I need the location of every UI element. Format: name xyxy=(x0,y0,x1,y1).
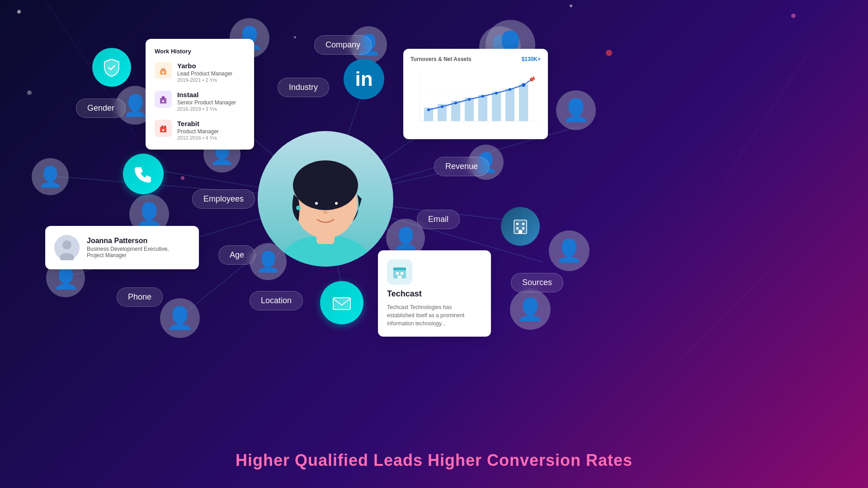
building-icon-circle xyxy=(501,207,540,246)
tag-revenue[interactable]: Revenue xyxy=(434,157,489,176)
person-card: Joanna Patterson Business Development Ex… xyxy=(45,226,199,269)
terabit-icon xyxy=(155,120,172,137)
linkedin-icon-circle[interactable]: in xyxy=(344,59,384,99)
svg-rect-54 xyxy=(465,98,474,121)
svg-line-15 xyxy=(723,45,814,181)
svg-rect-35 xyxy=(161,68,165,71)
company-name: Techcast xyxy=(387,289,482,299)
tag-location[interactable]: Location xyxy=(250,291,303,310)
svg-point-63 xyxy=(481,95,484,98)
star-dot xyxy=(181,176,184,180)
instaal-role: Senior Product Manager xyxy=(177,99,236,106)
person-card-avatar xyxy=(54,235,80,260)
svg-point-26 xyxy=(296,206,301,210)
star-dot xyxy=(606,50,612,56)
svg-rect-38 xyxy=(162,96,165,99)
svg-rect-70 xyxy=(396,272,399,275)
tag-email[interactable]: Email xyxy=(417,210,460,229)
avatar-person-7: 👤 xyxy=(556,90,596,130)
svg-rect-27 xyxy=(333,298,350,310)
turnovers-chart xyxy=(410,67,542,130)
instaal-dates: 2016-2019 • 3 Yrs xyxy=(177,106,236,112)
svg-rect-36 xyxy=(162,71,164,73)
svg-point-62 xyxy=(468,98,471,101)
yarbo-icon xyxy=(155,62,172,79)
svg-rect-56 xyxy=(492,92,501,121)
svg-rect-20 xyxy=(316,230,335,244)
email-icon-circle[interactable] xyxy=(320,281,363,324)
svg-point-25 xyxy=(323,211,328,214)
star-dot xyxy=(570,5,572,7)
svg-rect-32 xyxy=(522,227,524,230)
svg-point-60 xyxy=(441,105,443,108)
instaal-icon xyxy=(155,91,172,108)
svg-point-61 xyxy=(454,102,457,104)
avatar-person-12: 👤 xyxy=(549,230,590,271)
avatar-person-14: 👤 xyxy=(160,298,200,338)
company-description: Techcast Technologies has established it… xyxy=(387,303,477,328)
shield-icon xyxy=(102,57,122,77)
svg-rect-31 xyxy=(516,227,519,230)
svg-rect-33 xyxy=(519,230,522,234)
tag-company[interactable]: Company xyxy=(314,35,372,55)
star-dot xyxy=(17,10,21,14)
work-history-title: Work History xyxy=(155,48,245,55)
avatar-person-8: 👤 xyxy=(32,158,69,195)
svg-rect-30 xyxy=(522,223,524,225)
tag-employees[interactable]: Employees xyxy=(192,189,255,209)
chart-card: Turnovers & Net Assets $130K+ xyxy=(403,49,548,139)
tag-sources[interactable]: Sources xyxy=(511,273,563,292)
svg-point-24 xyxy=(335,202,338,205)
work-item-yarbo: Yarbo Lead Product Manager 2019-2021 • 2… xyxy=(155,62,245,83)
tag-gender[interactable]: Gender xyxy=(76,99,126,118)
terabit-name: Terabit xyxy=(177,120,219,127)
svg-rect-41 xyxy=(161,126,163,127)
terabit-role: Product Manager xyxy=(177,128,219,135)
yarbo-dates: 2019-2021 • 2 Yrs xyxy=(177,77,232,83)
star-dot xyxy=(27,90,32,95)
terabit-dates: 2012-2016 • 4 Yrs xyxy=(177,135,219,141)
svg-rect-39 xyxy=(162,100,164,102)
chart-title: Turnovers & Net Assets xyxy=(410,56,472,62)
chart-value: $130K+ xyxy=(522,56,541,62)
svg-rect-43 xyxy=(162,129,164,131)
avatar-person-15: 👤 xyxy=(510,289,551,330)
yarbo-name: Yarbo xyxy=(177,62,232,70)
person-title: Business Development Executive, Project … xyxy=(87,246,186,258)
yarbo-role: Lead Product Manager xyxy=(177,70,232,77)
svg-rect-72 xyxy=(398,276,401,278)
svg-line-16 xyxy=(678,271,769,361)
svg-point-64 xyxy=(495,92,498,94)
work-item-terabit: Terabit Product Manager 2012-2016 • 4 Yr… xyxy=(155,120,245,141)
svg-point-59 xyxy=(427,108,430,111)
linkedin-icon: in xyxy=(355,68,373,90)
svg-point-66 xyxy=(522,83,525,87)
instaal-name: Instaal xyxy=(177,91,236,99)
person-card-info: Joanna Patterson Business Development Ex… xyxy=(87,237,186,258)
svg-rect-55 xyxy=(478,95,487,121)
svg-point-65 xyxy=(509,88,511,91)
star-dot xyxy=(791,14,796,18)
svg-point-23 xyxy=(315,202,318,205)
tag-phone[interactable]: Phone xyxy=(117,287,163,307)
svg-rect-42 xyxy=(164,126,166,127)
company-icon xyxy=(387,259,412,285)
phone-icon xyxy=(133,164,154,184)
svg-rect-29 xyxy=(516,223,519,225)
tag-age[interactable]: Age xyxy=(218,245,255,265)
phone-icon-circle[interactable] xyxy=(123,154,164,194)
shield-icon-circle xyxy=(92,48,131,87)
tag-industry[interactable]: Industry xyxy=(278,78,329,97)
svg-rect-69 xyxy=(393,267,406,270)
building-icon xyxy=(510,216,530,236)
svg-rect-58 xyxy=(519,84,528,121)
star-dot xyxy=(294,36,296,38)
company-card: Techcast Techcast Technologies has estab… xyxy=(378,250,491,337)
svg-rect-57 xyxy=(505,89,514,121)
email-icon xyxy=(330,291,353,314)
center-avatar xyxy=(258,131,393,267)
person-name: Joanna Patterson xyxy=(87,237,186,245)
svg-point-19 xyxy=(293,160,358,210)
svg-point-45 xyxy=(62,240,71,249)
svg-rect-71 xyxy=(401,272,403,275)
